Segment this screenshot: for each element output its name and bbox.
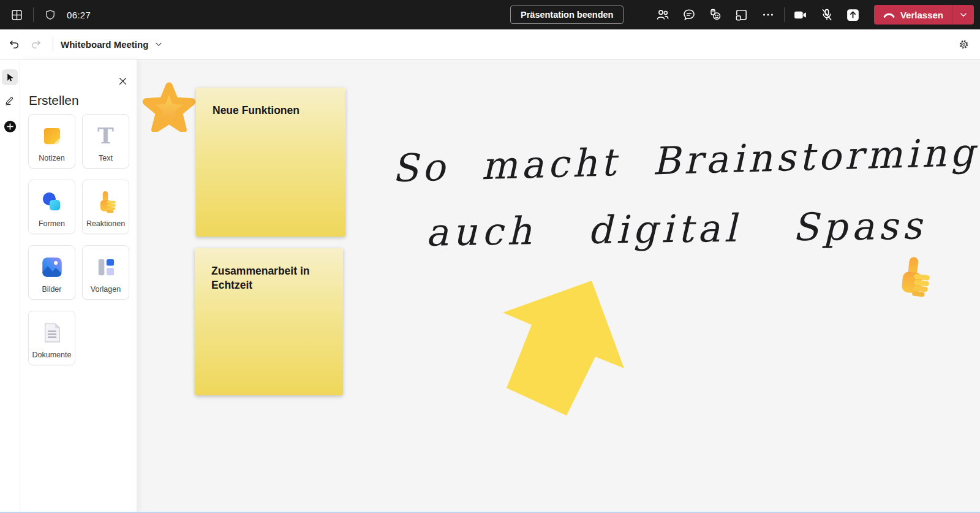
- whiteboard-canvas[interactable]: Erstellen Notizen T Text Formen: [0, 59, 980, 513]
- settings-gear-icon: [958, 39, 970, 50]
- tile-label: Text: [99, 154, 113, 162]
- breakout-window-button[interactable]: [731, 4, 752, 25]
- tile-notizen[interactable]: Notizen: [28, 114, 75, 169]
- security-shield-button[interactable]: [40, 4, 61, 25]
- leave-split-button: Verlassen: [874, 5, 974, 25]
- chevron-down-icon: [154, 40, 163, 48]
- redo-icon: [30, 38, 42, 50]
- tile-label: Dokumente: [32, 351, 72, 359]
- add-create-icon: [3, 120, 17, 134]
- image-icon: [39, 254, 65, 280]
- star-emoji-sticker[interactable]: [141, 82, 197, 132]
- participants-button[interactable]: [652, 4, 673, 25]
- text-T-icon: T: [97, 123, 114, 148]
- thumbs-up-icon: [93, 189, 119, 215]
- camera-button[interactable]: [790, 4, 811, 25]
- stop-presenting-button[interactable]: Präsentation beenden: [510, 6, 624, 24]
- participants-icon: [655, 7, 670, 22]
- tool-rail: [0, 59, 20, 513]
- shapes-icon: [39, 189, 66, 216]
- reactions-button[interactable]: [705, 4, 726, 25]
- handwriting-ink-line2[interactable]: auch digital Spass: [426, 203, 926, 254]
- sticky-note[interactable]: Neue Funktionen: [196, 88, 345, 237]
- create-panel: Erstellen Notizen T Text Formen: [20, 59, 137, 513]
- shield-icon: [44, 9, 56, 21]
- mic-muted-button[interactable]: [816, 4, 837, 25]
- sticky-note-icon: [39, 123, 65, 149]
- tile-bilder[interactable]: Bilder: [28, 245, 75, 300]
- close-panel-button[interactable]: [115, 74, 130, 88]
- ink-pen-button[interactable]: [2, 93, 18, 109]
- meeting-bar-left: 06:27: [6, 0, 91, 29]
- meeting-top-bar: 06:27 Präsentation beenden: [0, 0, 980, 29]
- undo-button[interactable]: [5, 35, 23, 53]
- document-icon: [39, 320, 65, 346]
- grid-layout-icon: [10, 9, 23, 21]
- create-panel-heading: Erstellen: [29, 93, 79, 108]
- tile-formen[interactable]: Formen: [28, 180, 75, 234]
- hang-up-icon: [883, 10, 895, 20]
- tile-reaktionen[interactable]: Reaktionen: [82, 180, 129, 234]
- whiteboard-toolbar: Whiteboard Meeting: [0, 29, 980, 59]
- divider: [33, 7, 34, 22]
- mic-off-icon: [820, 7, 834, 22]
- more-options-button[interactable]: [758, 4, 778, 25]
- tile-vorlagen[interactable]: Vorlagen: [82, 245, 129, 300]
- divider: [784, 7, 785, 22]
- sticky-note-text: Zusammenarbeit in Echtzeit: [211, 264, 327, 292]
- leave-options-chevron[interactable]: [952, 5, 974, 25]
- tile-label: Notizen: [39, 154, 64, 162]
- chat-button[interactable]: [679, 4, 699, 25]
- settings-button[interactable]: [954, 35, 973, 53]
- sticky-note-text: Neue Funktionen: [213, 104, 330, 118]
- template-icon: [93, 254, 119, 280]
- camera-on-icon: [793, 7, 808, 23]
- thumbs-up-emoji-sticker[interactable]: [888, 246, 938, 306]
- close-icon: [118, 77, 127, 86]
- more-options-icon: [761, 8, 775, 21]
- grid-layout-button[interactable]: [6, 4, 27, 25]
- tile-dokumente[interactable]: Dokumente: [28, 311, 75, 365]
- handwriting-ink-line1[interactable]: So macht Brainstorming: [391, 130, 978, 191]
- chat-icon: [682, 7, 696, 22]
- share-content-button[interactable]: [843, 4, 864, 25]
- tile-label: Formen: [39, 219, 65, 228]
- breakout-window-icon: [734, 8, 748, 22]
- redo-button[interactable]: [27, 35, 45, 53]
- arrow-shape-sticker[interactable]: [481, 270, 640, 429]
- whiteboard-toolbar-left: Whiteboard Meeting: [5, 29, 163, 59]
- divider: [53, 37, 53, 51]
- tile-label: Vorlagen: [91, 285, 121, 294]
- leave-button[interactable]: Verlassen: [874, 5, 952, 25]
- tile-text[interactable]: T Text: [82, 114, 129, 169]
- meeting-bar-right: Verlassen: [652, 0, 974, 29]
- board-title-dropdown[interactable]: Whiteboard Meeting: [61, 39, 163, 50]
- sticky-note[interactable]: Zusammenarbeit in Echtzeit: [195, 248, 343, 395]
- select-tool-button[interactable]: [2, 69, 18, 85]
- leave-button-label: Verlassen: [900, 10, 943, 20]
- select-cursor-icon: [5, 72, 15, 83]
- add-create-button[interactable]: [2, 118, 18, 134]
- chevron-down-icon: [959, 10, 968, 19]
- reactions-icon: [708, 7, 723, 22]
- inking-pen-icon: [4, 96, 15, 107]
- share-tray-icon: [845, 7, 861, 23]
- board-title: Whiteboard Meeting: [61, 39, 148, 50]
- tile-label: Reaktionen: [86, 219, 125, 228]
- tile-label: Bilder: [42, 285, 62, 294]
- meeting-timer: 06:27: [67, 10, 91, 20]
- undo-icon: [8, 38, 20, 50]
